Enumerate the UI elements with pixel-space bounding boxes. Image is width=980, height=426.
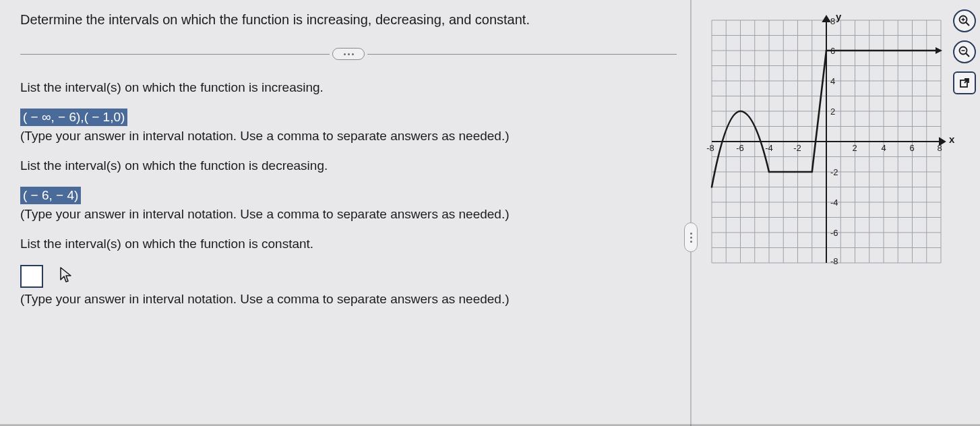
graph-tools xyxy=(953,9,976,94)
svg-text:-6: -6 xyxy=(830,228,838,238)
answer-increasing[interactable]: ( − ∞, − 6),( − 1,0) xyxy=(20,109,127,126)
y-axis-label: y xyxy=(836,11,841,22)
prompt-decreasing: List the interval(s) on which the functi… xyxy=(20,158,677,173)
zoom-in-button[interactable] xyxy=(953,9,976,32)
answer-decreasing[interactable]: ( − 6, − 4) xyxy=(20,187,81,204)
graph-panel: -8 -6 -4 -2 2 4 6 8 8 6 4 2 -2 -4 -6 -8 xyxy=(690,0,980,426)
svg-text:-2: -2 xyxy=(793,143,801,153)
expand-pill[interactable] xyxy=(332,48,365,60)
main-container: Determine the intervals on which the fun… xyxy=(0,0,980,426)
prompt-constant: List the interval(s) on which the functi… xyxy=(20,237,677,251)
instruction-constant: (Type your answer in interval notation. … xyxy=(20,292,677,307)
cursor-icon xyxy=(59,266,74,286)
x-axis-label: x xyxy=(949,133,954,145)
svg-text:-4: -4 xyxy=(830,197,838,208)
popout-button[interactable] xyxy=(953,71,976,94)
answer-constant-input[interactable] xyxy=(20,265,43,288)
question-panel: Determine the intervals on which the fun… xyxy=(0,0,690,426)
svg-text:2: 2 xyxy=(830,106,835,117)
svg-line-63 xyxy=(966,53,969,57)
graph-area: -8 -6 -4 -2 2 4 6 8 8 6 4 2 -2 -4 -6 -8 xyxy=(705,13,948,270)
answer-constant-row xyxy=(20,265,677,292)
svg-text:4: 4 xyxy=(830,76,835,86)
zoom-out-button[interactable] xyxy=(953,40,976,63)
svg-line-66 xyxy=(964,79,969,83)
prompt-increasing: List the interval(s) on which the functi… xyxy=(20,80,677,95)
svg-text:-8: -8 xyxy=(830,256,838,266)
svg-text:-8: -8 xyxy=(706,143,714,153)
instruction-increasing: (Type your answer in interval notation. … xyxy=(20,129,677,144)
instruction-decreasing: (Type your answer in interval notation. … xyxy=(20,207,677,222)
svg-text:2: 2 xyxy=(852,143,857,153)
svg-text:8: 8 xyxy=(937,143,942,153)
horizontal-divider xyxy=(20,48,677,60)
function-graph: -8 -6 -4 -2 2 4 6 8 8 6 4 2 -2 -4 -6 -8 xyxy=(705,13,948,270)
svg-text:-4: -4 xyxy=(765,143,773,153)
svg-text:-2: -2 xyxy=(830,167,838,177)
svg-text:6: 6 xyxy=(909,143,914,153)
svg-text:4: 4 xyxy=(881,143,886,153)
svg-text:8: 8 xyxy=(830,16,835,26)
question-text: Determine the intervals on which the fun… xyxy=(20,12,677,28)
svg-line-59 xyxy=(966,22,969,26)
vertical-expand-handle[interactable] xyxy=(684,222,698,252)
svg-marker-37 xyxy=(823,16,830,22)
svg-text:-6: -6 xyxy=(736,143,744,153)
